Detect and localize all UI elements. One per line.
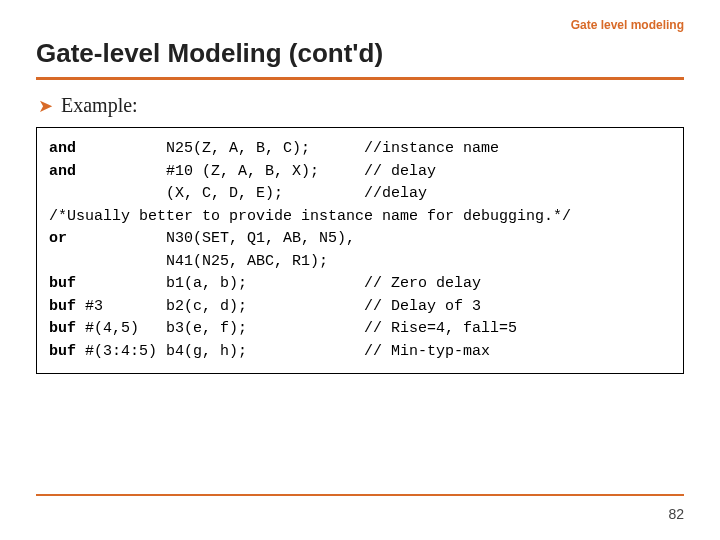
code-line-3: (X, C, D, E); //delay — [49, 185, 427, 202]
page-number: 82 — [668, 506, 684, 522]
code-line-1: and N25(Z, A, B, C); //instance name — [49, 140, 499, 157]
code-line-2: and #10 (Z, A, B, X); // delay — [49, 163, 436, 180]
footer-rule — [36, 494, 684, 496]
code-line-4: /*Usually better to provide instance nam… — [49, 208, 571, 225]
keyword-and: and — [49, 163, 76, 180]
title-underline — [36, 77, 684, 80]
keyword-or: or — [49, 230, 67, 247]
code-line-10: buf #(3:4:5) b4(g, h); // Min-typ-max — [49, 343, 490, 360]
keyword-buf: buf — [49, 298, 76, 315]
code-line-7: buf b1(a, b); // Zero delay — [49, 275, 481, 292]
bullet-arrow-icon: ➤ — [38, 97, 53, 115]
code-line-8: buf #3 b2(c, d); // Delay of 3 — [49, 298, 481, 315]
bullet-text: Example: — [61, 94, 138, 117]
header-topic-label: Gate level modeling — [571, 18, 684, 32]
keyword-buf: buf — [49, 275, 76, 292]
code-line-9: buf #(4,5) b3(e, f); // Rise=4, fall=5 — [49, 320, 517, 337]
keyword-buf: buf — [49, 343, 76, 360]
slide-title: Gate-level Modeling (cont'd) — [36, 38, 684, 69]
code-line-5: or N30(SET, Q1, AB, N5), — [49, 230, 355, 247]
code-line-6: N41(N25, ABC, R1); — [49, 253, 328, 270]
keyword-and: and — [49, 140, 76, 157]
keyword-buf: buf — [49, 320, 76, 337]
slide: Gate level modeling Gate-level Modeling … — [0, 0, 720, 540]
bullet-item: ➤ Example: — [36, 94, 684, 117]
code-example-box: and N25(Z, A, B, C); //instance name and… — [36, 127, 684, 374]
